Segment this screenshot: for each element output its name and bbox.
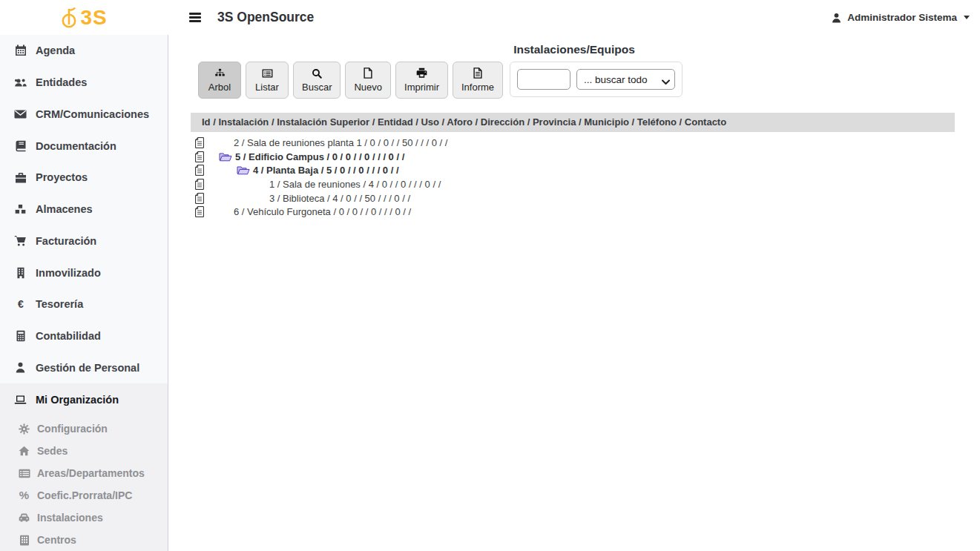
tree-row[interactable]: 2 / Sala de reuniones planta 1 / 0 / 0 /… [195, 136, 980, 150]
sidebar-item-tesoreria[interactable]: € Tesorería [0, 288, 168, 320]
arbol-button[interactable]: Arbol [198, 62, 241, 99]
sidebar-item-proyectos[interactable]: Proyectos [0, 162, 168, 194]
cart-icon [13, 235, 27, 247]
document-icon [195, 206, 204, 217]
tree-row-text: 5 / Edificio Campus / 0 / 0 / / 0 / / / … [235, 151, 404, 162]
user-icon [831, 12, 842, 24]
sidebar-item-label: Facturación [36, 235, 96, 247]
caret-down-icon [964, 16, 970, 19]
sidebar-item-crm[interactable]: CRM/Comunicaciones [0, 98, 168, 130]
sidebar-item-instalaciones[interactable]: Instalaciones [0, 507, 168, 529]
sidebar-item-label: CRM/Comunicaciones [36, 108, 149, 120]
list-icon [18, 469, 30, 478]
document-icon [195, 137, 204, 148]
sidebar-item-label: Mi Organización [36, 394, 119, 406]
sidebar-item-centros[interactable]: Centros [0, 529, 168, 551]
home-icon [18, 446, 30, 456]
sidebar-item-label: Contabilidad [36, 330, 101, 342]
buscar-button[interactable]: Buscar [293, 62, 341, 99]
sidebar-item-label: Agenda [36, 44, 75, 56]
sidebar-item-label: Centros [37, 534, 76, 546]
sidebar-item-label: Proyectos [36, 171, 88, 183]
tree-row[interactable]: 1 / Sala de reuniones / 4 / 0 / / 0 / / … [195, 177, 980, 191]
svg-text:%: % [19, 490, 29, 501]
sidebar-item-label: Coefic.Prorrata/IPC [37, 489, 132, 501]
user-icon [13, 362, 27, 373]
printer-icon [416, 67, 427, 79]
search-icon [312, 67, 322, 79]
grid-icon [18, 535, 30, 546]
page-title: Instalaciones/Equipos [168, 43, 980, 56]
euro-icon: € [13, 298, 27, 310]
list-alt-icon [262, 67, 273, 79]
briefcase-icon [13, 172, 27, 183]
imprimir-button[interactable]: Imprimir [395, 62, 448, 99]
instalaciones-tree: 2 / Sala de reuniones planta 1 / 0 / 0 /… [195, 136, 980, 219]
nuevo-button-label: Nuevo [354, 82, 382, 93]
sidebar-item-label: Almacenes [36, 203, 93, 215]
sidebar-item-entidades[interactable]: Entidades [0, 67, 168, 99]
search-input[interactable] [517, 69, 570, 90]
sidebar-item-label: Gestión de Personal [36, 362, 139, 374]
svg-text:€: € [18, 298, 24, 310]
tree-row-text: 6 / Vehículo Furgoneta / 0 / 0 / / 0 / /… [234, 206, 411, 217]
sidebar-item-documentacion[interactable]: Documentación [0, 130, 168, 162]
laptop-icon [13, 395, 27, 406]
sidebar-item-gestion-personal[interactable]: Gestión de Personal [0, 352, 168, 383]
sidebar-item-agenda[interactable]: Agenda [0, 35, 168, 67]
app-title: 3S OpenSource [217, 10, 314, 25]
tree-row[interactable]: 6 / Vehículo Furgoneta / 0 / 0 / / 0 / /… [195, 205, 980, 219]
main-content: Instalaciones/Equipos Arbol Listar Busca… [168, 35, 980, 551]
imprimir-button-label: Imprimir [404, 82, 439, 93]
envelope-icon [13, 109, 27, 119]
file-text-icon [473, 67, 482, 79]
informe-button[interactable]: Informe [453, 62, 503, 99]
search-scope-select[interactable]: ... buscar todo [576, 69, 675, 90]
open-folder-icon[interactable] [219, 152, 232, 162]
logo-text: 3S [80, 6, 107, 30]
file-icon [364, 67, 372, 79]
sidebar-item-label: Tesorería [36, 298, 83, 310]
sidebar-active-section: Mi Organización Configuración Sedes Area… [0, 383, 168, 551]
users-icon [13, 76, 27, 88]
table-header: Id / Instalación / Instalación Superior … [191, 113, 955, 132]
brand-logo[interactable]: 3S [0, 0, 168, 35]
tree-row[interactable]: 5 / Edificio Campus / 0 / 0 / / 0 / / / … [195, 150, 980, 164]
sidebar-item-sedes[interactable]: Sedes [0, 440, 168, 462]
tree-row[interactable]: 4 / Planta Baja / 5 / 0 / / 0 / / / 0 / … [195, 163, 980, 177]
user-name: Administrador Sistema [847, 12, 957, 23]
user-menu[interactable]: Administrador Sistema [831, 12, 970, 24]
listar-button-label: Listar [255, 82, 279, 93]
logo-sprout-icon [61, 6, 79, 30]
open-folder-icon[interactable] [237, 165, 250, 175]
sidebar-item-configuracion[interactable]: Configuración [0, 418, 168, 440]
sidebar-item-facturacion[interactable]: Facturación [0, 225, 168, 257]
tree-row-text: 1 / Sala de reuniones / 4 / 0 / / 0 / / … [269, 179, 441, 190]
building-icon [13, 267, 27, 279]
buscar-button-label: Buscar [302, 82, 332, 93]
top-bar: 3S 3S OpenSource Administrador Sistema [0, 0, 980, 35]
top-bar-main: 3S OpenSource Administrador Sistema [168, 0, 980, 35]
sidebar-item-areas-departamentos[interactable]: Areas/Departamentos [0, 462, 168, 484]
sidebar-item-label: Documentación [36, 140, 116, 152]
sidebar-item-inmovilizado[interactable]: Inmovilizado [0, 257, 168, 288]
sidebar-item-contabilidad[interactable]: Contabilidad [0, 320, 168, 352]
search-panel: ... buscar todo [510, 62, 683, 97]
sidebar: Agenda Entidades CRM/Comunicaciones Docu… [0, 35, 168, 551]
sidebar-item-label: Configuración [37, 423, 108, 435]
tree-row-text: 4 / Planta Baja / 5 / 0 / / 0 / / / 0 / … [253, 165, 399, 176]
sitemap-icon [214, 67, 226, 79]
percent-icon: % [18, 490, 30, 501]
tree-row[interactable]: 3 / Biblioteca / 4 / 0 / / 50 / / / 0 / … [195, 191, 980, 205]
sidebar-item-label: Areas/Departamentos [37, 467, 145, 479]
calculator-icon [13, 330, 27, 342]
document-icon [195, 151, 204, 162]
sidebar-item-coefic-prorrata-ipc[interactable]: % Coefic.Prorrata/IPC [0, 484, 168, 507]
cubes-icon [13, 203, 27, 215]
listar-button[interactable]: Listar [246, 62, 289, 99]
toolbar: Arbol Listar Buscar Nuevo Imprimir [198, 62, 980, 99]
sidebar-item-mi-organizacion[interactable]: Mi Organización [0, 383, 168, 416]
hamburger-menu-icon[interactable] [189, 13, 201, 22]
nuevo-button[interactable]: Nuevo [345, 62, 391, 99]
sidebar-item-almacenes[interactable]: Almacenes [0, 194, 168, 225]
